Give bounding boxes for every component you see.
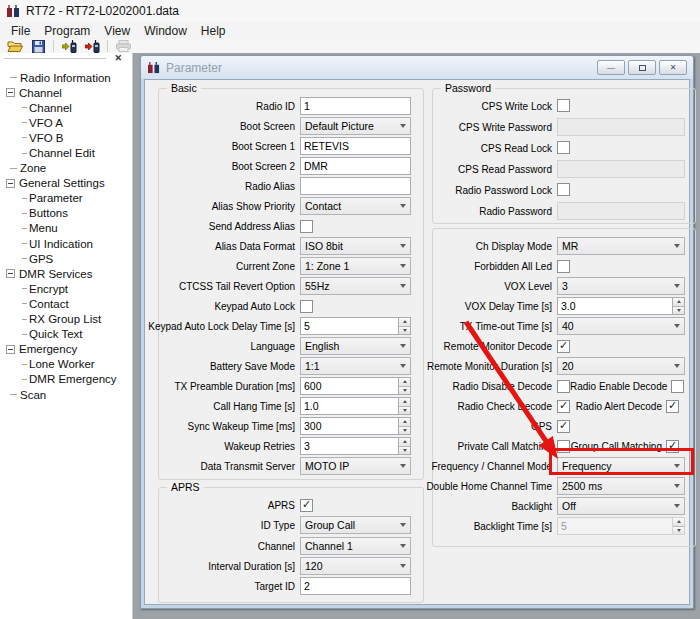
tree-collapse-icon[interactable] bbox=[6, 179, 15, 188]
read-from-radio-button[interactable] bbox=[59, 39, 79, 53]
save-file-button[interactable] bbox=[28, 39, 48, 53]
language-select[interactable]: English bbox=[300, 337, 411, 355]
sidebar-item-menu[interactable]: Menu bbox=[0, 221, 132, 236]
vox-level-select[interactable]: 3 bbox=[557, 277, 685, 295]
stepper-down-button[interactable] bbox=[399, 326, 410, 335]
alias-show-priority-select[interactable]: Contact bbox=[300, 197, 411, 215]
sync-wakeup-time-ms-input[interactable] bbox=[300, 417, 398, 435]
cps-write-lock-checkbox[interactable] bbox=[557, 99, 570, 112]
sidebar-item-gps[interactable]: GPS bbox=[0, 251, 132, 266]
radio-alert-decode-checkbox[interactable] bbox=[666, 400, 679, 413]
stepper-down-button[interactable] bbox=[673, 526, 684, 535]
write-to-radio-button[interactable] bbox=[82, 39, 102, 53]
send-address-alias-checkbox[interactable] bbox=[300, 220, 313, 233]
sidebar-item-vfo-b[interactable]: VFO B bbox=[0, 130, 132, 145]
keypad-auto-lock-checkbox[interactable] bbox=[300, 300, 313, 313]
radio-id-input[interactable] bbox=[300, 97, 411, 115]
menu-window[interactable]: Window bbox=[137, 23, 194, 39]
panel-grip[interactable] bbox=[4, 58, 106, 60]
sidebar-item-vfo-a[interactable]: VFO A bbox=[0, 115, 132, 130]
sidebar-item-channel[interactable]: Channel bbox=[0, 100, 132, 115]
stepper-up-button[interactable] bbox=[399, 318, 410, 326]
boot-screen-1-input[interactable] bbox=[300, 137, 411, 155]
menu-view[interactable]: View bbox=[97, 23, 137, 39]
tree-collapse-icon[interactable] bbox=[6, 345, 15, 354]
sidebar-item-rx-group-list[interactable]: RX Group List bbox=[0, 312, 132, 327]
remote-monitor-duration-s-select[interactable]: 20 bbox=[557, 357, 685, 375]
sidebar-item-dmr-services[interactable]: DMR Services bbox=[0, 266, 132, 281]
field-control bbox=[300, 97, 411, 115]
interval-duration-s-select[interactable]: 120 bbox=[300, 557, 411, 575]
tx-time-out-time-s-select[interactable]: 40 bbox=[557, 317, 685, 335]
stepper-down-button[interactable] bbox=[399, 446, 410, 455]
remote-monitor-decode-checkbox[interactable] bbox=[557, 340, 570, 353]
stepper-down-button[interactable] bbox=[673, 306, 684, 315]
sidebar-item-parameter[interactable]: Parameter bbox=[0, 191, 132, 206]
alias-data-format-select[interactable]: ISO 8bit bbox=[300, 237, 411, 255]
id-type-select[interactable]: Group Call bbox=[300, 516, 411, 534]
sidebar-item-buttons[interactable]: Buttons bbox=[0, 206, 132, 221]
sidebar-item-general-settings[interactable]: General Settings bbox=[0, 176, 132, 191]
sidebar-item-radio-information[interactable]: Radio Information bbox=[0, 70, 132, 85]
aprs-checkbox[interactable] bbox=[300, 499, 313, 512]
channel-select[interactable]: Channel 1 bbox=[300, 537, 411, 555]
sidebar-item-scan[interactable]: Scan bbox=[0, 387, 132, 402]
menu-help[interactable]: Help bbox=[194, 23, 233, 39]
sidebar-item-dmr-emergency[interactable]: DMR Emergency bbox=[0, 372, 132, 387]
sidebar-item-zone[interactable]: Zone bbox=[0, 161, 132, 176]
stepper-down-button[interactable] bbox=[399, 386, 410, 395]
stepper-down-button[interactable] bbox=[399, 426, 410, 435]
tx-preamble-duration-ms-input[interactable] bbox=[300, 377, 398, 395]
sidebar-item-ui-indication[interactable]: UI Indication bbox=[0, 236, 132, 251]
boot-screen-select[interactable]: Default Picture bbox=[300, 117, 411, 135]
data-transmit-server-select[interactable]: MOTO IP bbox=[300, 457, 411, 475]
sidebar-item-encrypt[interactable]: Encrypt bbox=[0, 281, 132, 296]
cps-read-lock-checkbox[interactable] bbox=[557, 141, 570, 154]
radio-alias-input[interactable] bbox=[300, 177, 411, 195]
backlight-select[interactable]: Off bbox=[557, 497, 685, 515]
radio-check-decode-checkbox[interactable] bbox=[557, 400, 570, 413]
panel-close-icon[interactable]: ✕ bbox=[114, 53, 122, 63]
stepper-down-button[interactable] bbox=[399, 406, 410, 415]
sidebar-item-channel[interactable]: Channel bbox=[0, 85, 132, 100]
stepper-up-button[interactable] bbox=[399, 398, 410, 406]
ctcss-tail-revert-option-select[interactable]: 55Hz bbox=[300, 277, 411, 295]
menu-program[interactable]: Program bbox=[37, 23, 97, 39]
forbidden-all-led-checkbox[interactable] bbox=[557, 260, 570, 273]
restore-button[interactable] bbox=[628, 60, 656, 75]
sidebar-item-emergency[interactable]: Emergency bbox=[0, 342, 132, 357]
stepper-up-button[interactable] bbox=[399, 438, 410, 446]
group-call-matching-checkbox[interactable] bbox=[666, 440, 679, 453]
ch-display-mode-select[interactable]: MR bbox=[557, 237, 685, 255]
target-id-input[interactable] bbox=[300, 577, 411, 595]
menu-file[interactable]: File bbox=[4, 23, 37, 39]
sidebar-item-lone-worker[interactable]: Lone Worker bbox=[0, 357, 132, 372]
open-file-button[interactable] bbox=[5, 39, 25, 53]
parameter-window-titlebar[interactable]: Parameter — ✕ bbox=[141, 56, 693, 79]
radio-password-lock-checkbox[interactable] bbox=[557, 183, 570, 196]
current-zone-select[interactable]: 1: Zone 1 bbox=[300, 257, 411, 275]
stepper-up-button[interactable] bbox=[673, 518, 684, 526]
sidebar-item-channel-edit[interactable]: Channel Edit bbox=[0, 145, 132, 160]
stepper-up-button[interactable] bbox=[399, 378, 410, 386]
boot-screen-2-input[interactable] bbox=[300, 157, 411, 175]
close-button[interactable]: ✕ bbox=[659, 60, 687, 75]
battery-save-mode-select[interactable]: 1:1 bbox=[300, 357, 411, 375]
minimize-button[interactable]: — bbox=[597, 60, 625, 75]
sidebar-item-contact[interactable]: Contact bbox=[0, 296, 132, 311]
gps-checkbox[interactable] bbox=[557, 420, 570, 433]
frequency-channel-mode-select[interactable]: Frequency bbox=[557, 457, 685, 475]
private-call-matching-checkbox[interactable] bbox=[557, 440, 570, 453]
stepper-up-button[interactable] bbox=[399, 418, 410, 426]
tree-collapse-icon[interactable] bbox=[6, 269, 15, 278]
radio-disable-decode-checkbox[interactable] bbox=[557, 380, 570, 393]
keypad-auto-lock-delay-time-s-input[interactable] bbox=[300, 317, 398, 335]
vox-delay-time-s-input[interactable] bbox=[557, 297, 672, 315]
radio-enable-decode-checkbox[interactable] bbox=[671, 380, 684, 393]
call-hang-time-s-input[interactable] bbox=[300, 397, 398, 415]
tree-collapse-icon[interactable] bbox=[6, 88, 15, 97]
wakeup-retries-input[interactable] bbox=[300, 437, 398, 455]
stepper-up-button[interactable] bbox=[673, 298, 684, 306]
double-home-channel-time-select[interactable]: 2500 ms bbox=[557, 477, 685, 495]
sidebar-item-quick-text[interactable]: Quick Text bbox=[0, 327, 132, 342]
